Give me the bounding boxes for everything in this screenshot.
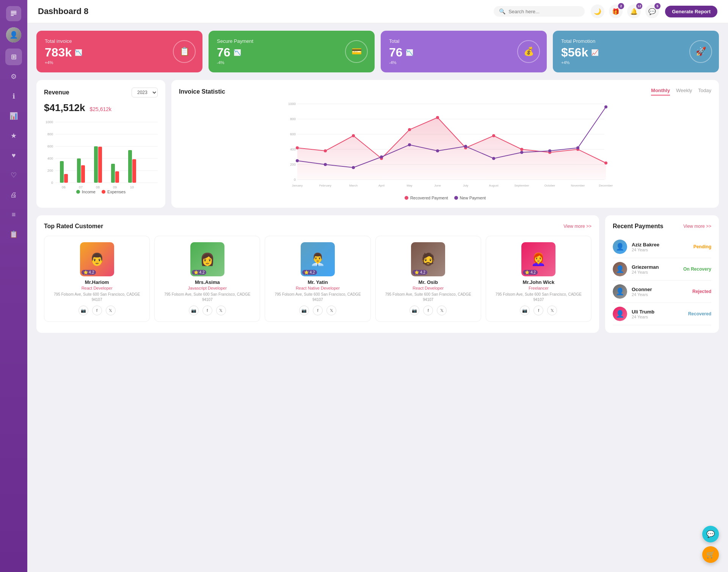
svg-point-40	[296, 146, 299, 149]
sidebar-item-liked[interactable]: ♥	[5, 147, 22, 164]
sidebar-item-wishlist[interactable]: ♡	[5, 167, 22, 183]
customer-grid: 👨 ⭐ 4.2 Mr.Hariom React Developer 795 Fo…	[44, 236, 592, 322]
svg-text:08: 08	[96, 185, 100, 189]
svg-point-52	[296, 159, 299, 162]
invoice-card: Invoice Statistic Monthly Weekly Today	[171, 80, 719, 208]
sidebar-item-info[interactable]: ℹ	[5, 88, 22, 105]
svg-point-48	[520, 148, 523, 151]
sidebar-item-analytics[interactable]: 📊	[5, 108, 22, 124]
tab-monthly[interactable]: Monthly	[651, 88, 670, 96]
fab-cart[interactable]: 🛒	[702, 546, 719, 563]
twitter-icon[interactable]: 𝕏	[437, 306, 447, 315]
list-item: 👨 ⭐ 4.2 Mr.Hariom React Developer 795 Fo…	[44, 236, 150, 322]
sidebar: 👤 ⊞ ⚙ ℹ 📊 ★ ♥ ♡ 🖨 ≡ 📋	[0, 0, 27, 572]
svg-point-54	[352, 166, 355, 169]
generate-report-button[interactable]: Generate Report	[665, 6, 717, 17]
rating-badge-osib: ⭐ 4.2	[413, 270, 427, 275]
stat-change-invoice: +4%	[45, 60, 194, 65]
facebook-icon[interactable]: f	[313, 306, 323, 315]
svg-text:800: 800	[290, 117, 296, 121]
search-input[interactable]	[508, 9, 579, 14]
sidebar-item-menu[interactable]: ≡	[5, 206, 22, 223]
social-icons: 📷 f 𝕏	[159, 306, 255, 315]
invoice-legend: Recovered Payment New Payment	[179, 196, 711, 200]
facebook-icon[interactable]: f	[533, 306, 543, 315]
header-icons: 🌙 🎁2 🔔12 💬5	[591, 5, 659, 18]
social-icons: 📷 f 𝕏	[491, 306, 587, 315]
instagram-icon[interactable]: 📷	[78, 306, 88, 315]
customer-role: React Developer	[380, 286, 476, 290]
stat-value-promotion: $56k 📈	[561, 45, 711, 60]
svg-point-59	[492, 157, 495, 160]
tab-weekly[interactable]: Weekly	[676, 88, 692, 96]
sidebar-item-settings[interactable]: ⚙	[5, 68, 22, 85]
payments-title: Recent Payments	[613, 223, 663, 230]
twitter-icon[interactable]: 𝕏	[106, 306, 116, 315]
chat-button[interactable]: 💬5	[645, 5, 659, 18]
tab-today[interactable]: Today	[698, 88, 711, 96]
facebook-icon[interactable]: f	[92, 306, 102, 315]
new-payment-label: New Payment	[460, 196, 486, 200]
svg-text:June: June	[434, 184, 441, 187]
stat-change-total: -4%	[389, 60, 538, 65]
invoice-tabs: Monthly Weekly Today	[651, 88, 711, 96]
payment-years: 24 Years	[632, 248, 689, 252]
sidebar-item-print[interactable]: 🖨	[5, 186, 22, 203]
payment-name: Oconner	[632, 287, 688, 292]
twitter-icon[interactable]: 𝕏	[547, 306, 557, 315]
payment-info-uli: Uli Trumb 24 Years	[632, 309, 684, 319]
bell-button[interactable]: 🔔12	[627, 5, 641, 18]
sidebar-item-dashboard[interactable]: ⊞	[5, 49, 22, 65]
sidebar-item-favorites[interactable]: ★	[5, 127, 22, 144]
facebook-icon[interactable]: f	[202, 306, 212, 315]
rating-badge-hariom: ⭐ 4.2	[82, 270, 96, 275]
svg-rect-13	[64, 174, 68, 183]
list-item: 👩‍🦰 ⭐ 4.2 Mr.John Wick Freelancer 795 Fo…	[486, 236, 592, 322]
stat-label-promotion: Total Promotion	[561, 38, 711, 44]
payment-avatar-uli: 👤	[613, 307, 627, 321]
customer-photo-hariom: 👨 ⭐ 4.2	[80, 242, 114, 276]
svg-point-56	[408, 143, 411, 146]
instagram-icon[interactable]: 📷	[410, 306, 419, 315]
gift-button[interactable]: 🎁2	[609, 5, 623, 18]
sidebar-item-reports[interactable]: 📋	[5, 226, 22, 243]
svg-text:10: 10	[130, 185, 134, 189]
svg-rect-15	[81, 165, 85, 183]
customer-name: Mr. Yatin	[270, 279, 366, 285]
fab-support[interactable]: 💬	[702, 526, 719, 542]
payments-view-more[interactable]: View more >>	[683, 224, 711, 229]
instagram-icon[interactable]: 📷	[299, 306, 309, 315]
year-select[interactable]: 202320222021	[132, 88, 158, 97]
revenue-title: Revenue	[44, 89, 69, 96]
instagram-icon[interactable]: 📷	[189, 306, 199, 315]
svg-point-55	[380, 155, 383, 158]
stat-value-total: 76 📉	[389, 45, 538, 60]
facebook-icon[interactable]: f	[423, 306, 433, 315]
revenue-header: Revenue 202320222021	[44, 88, 158, 97]
search-bar[interactable]: 🔍	[494, 6, 585, 17]
svg-point-45	[436, 116, 439, 119]
payment-status: On Recovery	[683, 266, 711, 272]
twitter-icon[interactable]: 𝕏	[326, 306, 336, 315]
instagram-icon[interactable]: 📷	[520, 306, 530, 315]
invoice-line-chart: 1000 800 600 400 200 0	[179, 100, 711, 200]
svg-text:August: August	[489, 184, 499, 187]
payment-status: Recovered	[688, 311, 711, 317]
svg-point-61	[548, 149, 551, 152]
header: Dashboard 8 🔍 🌙 🎁2 🔔12 💬5 Generate Repor…	[27, 0, 728, 23]
stat-change-payment: -4%	[217, 60, 366, 65]
svg-point-58	[464, 145, 467, 148]
customer-role: React Developer	[49, 286, 145, 290]
svg-text:December: December	[599, 184, 613, 187]
new-payment-dot	[454, 196, 458, 200]
sidebar-avatar[interactable]: 👤	[6, 27, 21, 42]
moon-toggle[interactable]: 🌙	[591, 5, 604, 18]
stats-row: Total invoice 783k 📉 +4% 📋 Secure Paymen…	[36, 31, 719, 72]
rating-badge-john: ⭐ 4.2	[523, 270, 538, 275]
twitter-icon[interactable]: 𝕏	[216, 306, 226, 315]
customers-view-more[interactable]: View more >>	[563, 224, 592, 229]
svg-text:February: February	[319, 184, 331, 187]
social-icons: 📷 f 𝕏	[380, 306, 476, 315]
sidebar-logo[interactable]	[6, 6, 21, 21]
svg-rect-18	[111, 164, 115, 183]
